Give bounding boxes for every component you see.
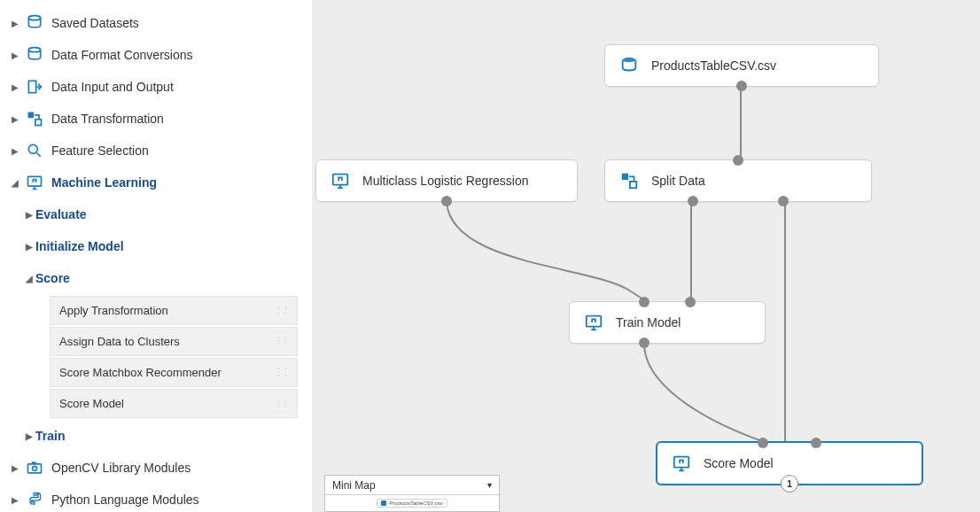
input-port[interactable] — [733, 155, 743, 166]
chevron-right-icon: ▶ — [23, 242, 35, 252]
drag-handle-icon: ⋮⋮ — [274, 367, 288, 378]
tree-label: Data Transformation — [51, 112, 303, 126]
chevron-right-icon: ▶ — [9, 82, 21, 92]
node-label: Train Model — [616, 315, 681, 330]
tree-label: OpenCV Library Modules — [51, 461, 303, 475]
minimap[interactable]: Mini Map ▾ ProductsTableCSV.csv — [324, 475, 500, 512]
chevron-right-icon: ▶ — [23, 210, 35, 220]
output-port[interactable] — [736, 81, 747, 91]
tree-label: Train — [35, 429, 303, 443]
svg-point-5 — [28, 144, 37, 153]
module-label: Assign Data to Clusters — [59, 335, 268, 348]
svg-rect-7 — [28, 464, 42, 473]
tree-label: Score — [35, 271, 303, 285]
python-icon — [25, 490, 44, 509]
minimap-header[interactable]: Mini Map ▾ — [325, 476, 499, 495]
output-port-1[interactable] — [688, 196, 698, 206]
tree-item-data-format[interactable]: ▶ Data Format Conversions — [9, 39, 303, 71]
tree-label: Data Input and Output — [51, 80, 303, 94]
chevron-right-icon: ▶ — [9, 146, 21, 156]
tree-item-data-xform[interactable]: ▶ Data Transformation — [9, 103, 303, 135]
magnify-icon — [25, 141, 44, 160]
svg-point-11 — [623, 58, 636, 63]
transform-icon — [619, 171, 639, 190]
ml-icon — [672, 454, 691, 473]
module-label: Score Matchbox Recommender — [59, 366, 268, 379]
tree-item-opencv[interactable]: ▶ OpenCV Library Modules — [9, 452, 303, 484]
svg-rect-6 — [28, 176, 42, 186]
node-split-data[interactable]: Split Data — [604, 159, 872, 202]
chevron-right-icon: ▶ — [23, 431, 35, 441]
database-icon — [25, 13, 44, 33]
tree-label: Initialize Model — [35, 239, 303, 253]
drag-handle-icon: ⋮⋮ — [274, 398, 288, 409]
tree-item-python[interactable]: ▶ Python Language Modules — [9, 484, 303, 512]
chevron-down-icon: ▾ — [487, 480, 492, 490]
ml-icon — [584, 313, 603, 332]
node-train-model[interactable]: Train Model — [569, 301, 766, 344]
tree-item-evaluate[interactable]: ▶ Evaluate — [9, 198, 303, 230]
svg-rect-9 — [32, 462, 36, 464]
input-port-2[interactable] — [685, 297, 696, 307]
database-icon — [25, 45, 44, 65]
chevron-down-icon: ◢ — [9, 178, 21, 188]
output-port[interactable] — [441, 196, 452, 206]
node-multiclass-lr[interactable]: Multiclass Logistic Regression — [315, 159, 578, 202]
module-apply-transformation[interactable]: Apply Transformation ⋮⋮ — [50, 296, 298, 325]
input-port-1[interactable] — [639, 297, 649, 307]
node-score-model[interactable]: Score Model 1 — [656, 441, 923, 485]
experiment-canvas[interactable]: ProductsTableCSV.csv Multiclass Logistic… — [312, 0, 980, 512]
tree-item-feature-selection[interactable]: ▶ Feature Selection — [9, 135, 303, 167]
svg-point-0 — [28, 16, 40, 20]
tree-item-train[interactable]: ▶ Train — [9, 420, 303, 452]
svg-point-8 — [33, 466, 37, 470]
tree-item-initialize-model[interactable]: ▶ Initialize Model — [9, 230, 303, 262]
minimap-node: ProductsTableCSV.csv — [377, 499, 447, 508]
input-port-2[interactable] — [811, 438, 821, 448]
module-label: Score Model — [59, 397, 268, 410]
chevron-right-icon: ▶ — [9, 19, 21, 28]
module-assign-clusters[interactable]: Assign Data to Clusters ⋮⋮ — [50, 327, 298, 356]
svg-rect-12 — [333, 175, 348, 185]
transform-icon — [25, 109, 44, 128]
chevron-right-icon: ▶ — [9, 495, 21, 505]
module-tree-sidebar: ▶ Saved Datasets ▶ Data Format Conversio… — [0, 0, 312, 512]
tree-item-data-io[interactable]: ▶ Data Input and Output — [9, 71, 303, 103]
minimap-body: ProductsTableCSV.csv — [325, 495, 499, 508]
tree-label: Evaluate — [35, 207, 303, 221]
tree-label: Feature Selection — [51, 144, 303, 158]
io-icon — [25, 77, 44, 97]
chevron-right-icon: ▶ — [9, 114, 21, 124]
minimap-title: Mini Map — [332, 479, 376, 492]
module-label: Apply Transformation — [59, 304, 268, 317]
chevron-right-icon: ▶ — [9, 463, 21, 473]
chevron-right-icon: ▶ — [9, 50, 21, 60]
module-score-model[interactable]: Score Model ⋮⋮ — [50, 389, 298, 418]
output-port-badge[interactable]: 1 — [781, 475, 798, 493]
svg-rect-2 — [28, 81, 35, 92]
svg-rect-3 — [28, 112, 35, 119]
node-label: ProductsTableCSV.csv — [651, 58, 776, 73]
output-port[interactable] — [639, 337, 649, 348]
node-label: Score Model — [704, 456, 774, 470]
svg-rect-13 — [622, 174, 628, 180]
svg-point-1 — [28, 48, 40, 52]
input-port-1[interactable] — [758, 438, 768, 448]
module-matchbox-recommender[interactable]: Score Matchbox Recommender ⋮⋮ — [50, 358, 298, 387]
tree-item-score[interactable]: ◢ Score — [9, 262, 303, 294]
tree-label: Saved Datasets — [51, 16, 303, 30]
camera-icon — [25, 458, 44, 477]
node-label: Multiclass Logistic Regression — [362, 174, 529, 188]
node-dataset[interactable]: ProductsTableCSV.csv — [604, 44, 879, 87]
svg-rect-4 — [35, 120, 42, 126]
drag-handle-icon: ⋮⋮ — [274, 305, 288, 316]
chevron-down-icon: ◢ — [23, 274, 35, 283]
tree-item-machine-learning[interactable]: ◢ Machine Learning — [9, 167, 303, 198]
svg-rect-14 — [630, 182, 636, 188]
ml-icon — [331, 171, 350, 190]
output-port-2[interactable] — [778, 196, 789, 206]
tree-label: Python Language Modules — [51, 493, 303, 507]
tree-label: Machine Learning — [51, 175, 303, 190]
tree-item-saved-datasets[interactable]: ▶ Saved Datasets — [9, 7, 303, 39]
tree-label: Data Format Conversions — [51, 48, 303, 62]
